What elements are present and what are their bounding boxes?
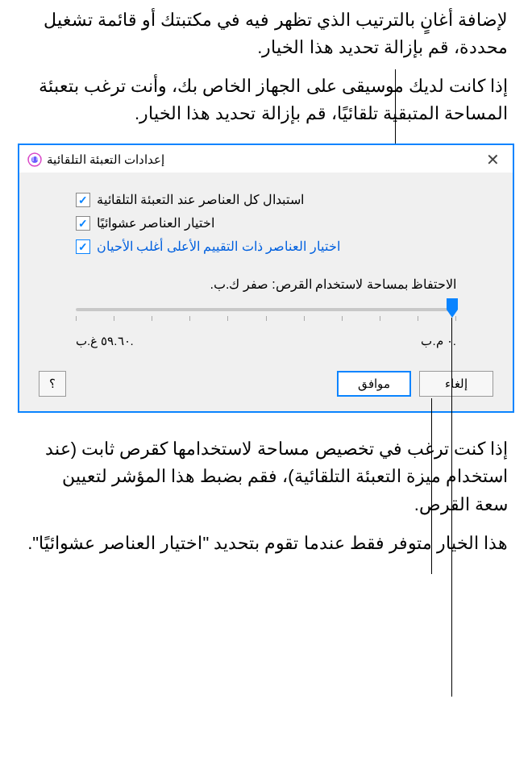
help-button[interactable]: ؟ — [39, 371, 66, 397]
slider-scale: ٥٩.٦٠ غ.ب. ٠ م.ب. — [76, 334, 456, 348]
checkbox-row-random[interactable]: ✓ اختيار العناصر عشوائيًا — [76, 215, 456, 231]
dialog-button-row: إلغاء موافق ؟ — [19, 355, 513, 397]
annotation-replace: إذا كانت لديك موسيقى على الجهاز الخاص بك… — [0, 73, 532, 127]
callout-line — [431, 398, 432, 574]
check-icon: ✓ — [78, 194, 88, 206]
checkbox-label: اختيار العناصر ذات التقييم الأعلى أغلب ا… — [97, 239, 340, 254]
checkbox-label: اختيار العناصر عشوائيًا — [97, 215, 214, 231]
check-icon: ✓ — [78, 240, 88, 253]
dialog-body: ✓ استبدال كل العناصر عند التعبئة التلقائ… — [19, 173, 513, 355]
annotation-randomize: لإضافة أغانٍ بالترتيب الذي تظهر فيه في م… — [0, 6, 532, 61]
ok-button[interactable]: موافق — [337, 371, 411, 397]
checkbox-row-higher-rated[interactable]: ✓ اختيار العناصر ذات التقييم الأعلى أغلب… — [76, 239, 456, 254]
autofill-settings-dialog: إعدادات التعبئة التلقائية ✕ ✓ استبدال كل… — [18, 144, 514, 413]
checkbox-replace[interactable]: ✓ — [76, 193, 90, 207]
cancel-button[interactable]: إلغاء — [419, 371, 493, 397]
slider-ticks — [76, 316, 456, 321]
reserve-space-label: الاحتفاظ بمساحة لاستخدام القرص: صفر ك.ب. — [76, 277, 456, 292]
checkbox-higher-rated[interactable]: ✓ — [76, 239, 90, 254]
checkbox-label: استبدال كل العناصر عند التعبئة التلقائية — [97, 192, 304, 207]
dialog-titlebar: إعدادات التعبئة التلقائية ✕ — [19, 145, 513, 173]
annotation-higher-rated: هذا الخيار متوفر فقط عندما تقوم بتحديد "… — [0, 530, 532, 557]
slider-track — [76, 308, 456, 311]
disk-space-slider[interactable] — [76, 300, 456, 329]
annotation-slider: إذا كنت ترغب في تخصيص مساحة لاستخدامها ك… — [0, 435, 532, 518]
dialog-title: إعدادات التعبئة التلقائية — [47, 152, 164, 167]
check-icon: ✓ — [78, 217, 88, 230]
itunes-icon — [27, 152, 42, 167]
close-icon[interactable]: ✕ — [481, 150, 505, 169]
checkbox-row-replace[interactable]: ✓ استبدال كل العناصر عند التعبئة التلقائ… — [76, 192, 456, 207]
checkbox-random[interactable]: ✓ — [76, 216, 90, 231]
scale-max: ٥٩.٦٠ غ.ب. — [76, 334, 134, 348]
callout-line — [451, 318, 452, 697]
